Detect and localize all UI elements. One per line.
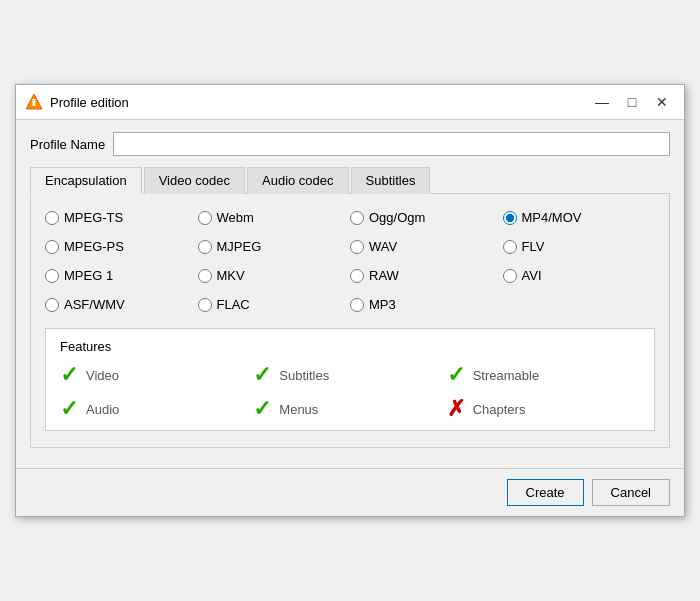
option-flac[interactable]: FLAC	[198, 297, 351, 312]
feature-audio: ✓ Audio	[60, 398, 253, 420]
check-icon-audio: ✓	[60, 398, 78, 420]
profile-name-input[interactable]	[113, 132, 670, 156]
features-grid: ✓ Video ✓ Subtitles ✓ Streamable ✓ Audio	[60, 364, 640, 420]
features-box: Features ✓ Video ✓ Subtitles ✓ Streamabl…	[45, 328, 655, 431]
content-area: Profile Name Encapsulation Video codec A…	[16, 120, 684, 460]
cross-icon-chapters: ✗	[447, 398, 465, 420]
tab-content-encapsulation: MPEG-TS Webm Ogg/Ogm MP4/MOV MPEG-PS MJP…	[30, 194, 670, 448]
option-mpeg-ts[interactable]: MPEG-TS	[45, 210, 198, 225]
check-icon-subtitles: ✓	[253, 364, 271, 386]
svg-rect-2	[33, 99, 36, 101]
option-mjpeg[interactable]: MJPEG	[198, 239, 351, 254]
close-button[interactable]: ✕	[648, 91, 676, 113]
feature-chapters: ✗ Chapters	[447, 398, 640, 420]
option-avi[interactable]: AVI	[503, 268, 656, 283]
option-mpeg1[interactable]: MPEG 1	[45, 268, 198, 283]
profile-name-row: Profile Name	[30, 132, 670, 156]
option-wav[interactable]: WAV	[350, 239, 503, 254]
option-mp4-mov[interactable]: MP4/MOV	[503, 210, 656, 225]
option-mpeg-ps[interactable]: MPEG-PS	[45, 239, 198, 254]
encapsulation-options: MPEG-TS Webm Ogg/Ogm MP4/MOV MPEG-PS MJP…	[45, 210, 655, 312]
bottom-bar: Create Cancel	[16, 468, 684, 516]
feature-label-streamable: Streamable	[473, 368, 539, 383]
cancel-button[interactable]: Cancel	[592, 479, 670, 506]
feature-label-video: Video	[86, 368, 119, 383]
option-raw[interactable]: RAW	[350, 268, 503, 283]
tab-subtitles[interactable]: Subtitles	[351, 167, 431, 194]
feature-label-audio: Audio	[86, 402, 119, 417]
features-title: Features	[60, 339, 640, 354]
tab-bar: Encapsulation Video codec Audio codec Su…	[30, 166, 670, 194]
profile-name-label: Profile Name	[30, 137, 105, 152]
option-mkv[interactable]: MKV	[198, 268, 351, 283]
option-asf-wmv[interactable]: ASF/WMV	[45, 297, 198, 312]
tab-encapsulation[interactable]: Encapsulation	[30, 167, 142, 194]
feature-streamable: ✓ Streamable	[447, 364, 640, 386]
feature-subtitles: ✓ Subtitles	[253, 364, 446, 386]
profile-edition-window: Profile edition — □ ✕ Profile Name Encap…	[15, 84, 685, 517]
option-flv[interactable]: FLV	[503, 239, 656, 254]
check-icon-menus: ✓	[253, 398, 271, 420]
minimize-button[interactable]: —	[588, 91, 616, 113]
option-webm[interactable]: Webm	[198, 210, 351, 225]
check-icon-streamable: ✓	[447, 364, 465, 386]
empty-cell	[503, 297, 656, 312]
maximize-button[interactable]: □	[618, 91, 646, 113]
feature-video: ✓ Video	[60, 364, 253, 386]
feature-label-chapters: Chapters	[473, 402, 526, 417]
window-title: Profile edition	[50, 95, 588, 110]
window-controls: — □ ✕	[588, 91, 676, 113]
create-button[interactable]: Create	[507, 479, 584, 506]
feature-label-menus: Menus	[279, 402, 318, 417]
check-icon-video: ✓	[60, 364, 78, 386]
title-bar: Profile edition — □ ✕	[16, 85, 684, 120]
option-ogg-ogm[interactable]: Ogg/Ogm	[350, 210, 503, 225]
svg-rect-1	[33, 101, 36, 106]
feature-label-subtitles: Subtitles	[279, 368, 329, 383]
feature-menus: ✓ Menus	[253, 398, 446, 420]
vlc-icon	[24, 92, 44, 112]
tab-video-codec[interactable]: Video codec	[144, 167, 245, 194]
tab-audio-codec[interactable]: Audio codec	[247, 167, 349, 194]
option-mp3[interactable]: MP3	[350, 297, 503, 312]
